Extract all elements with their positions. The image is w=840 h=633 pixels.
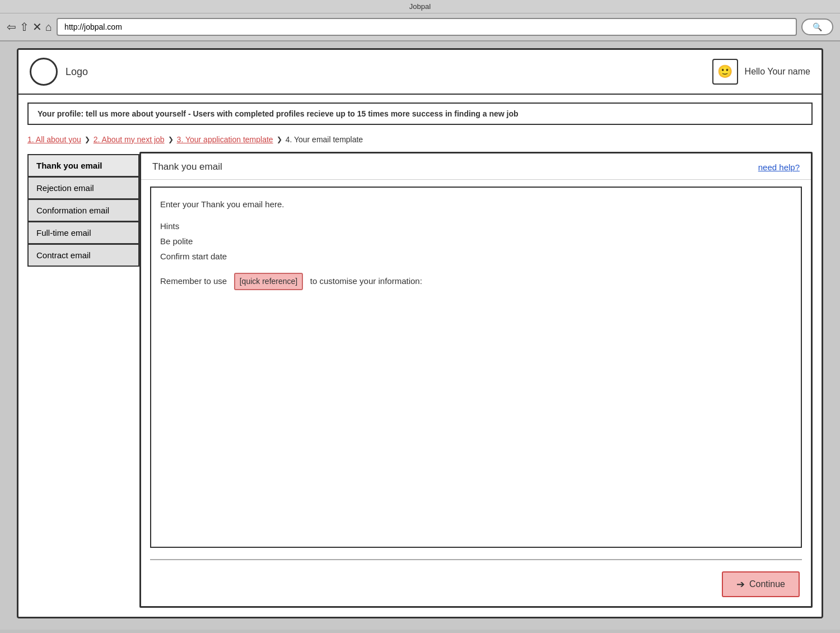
sidebar-item-fulltime-email[interactable]: Full-time email xyxy=(27,221,139,244)
page-wrapper: Logo 🙂 Hello Your name Your profile: tel… xyxy=(0,41,840,630)
site-header: Logo 🙂 Hello Your name xyxy=(18,50,822,95)
browser-toolbar: ⇦ ⇧ ✕ ⌂ 🔍 xyxy=(0,13,840,41)
hint-2: Confirm start date xyxy=(160,249,792,264)
logo-text: Logo xyxy=(66,66,88,78)
breadcrumb-sep-2: ❯ xyxy=(168,136,174,143)
stop-button[interactable]: ✕ xyxy=(32,21,42,32)
email-editor-area[interactable]: Enter your Thank you email here. Hints B… xyxy=(150,187,802,548)
search-icon: 🔍 xyxy=(813,22,822,31)
sidebar-item-contract-email[interactable]: Contract email xyxy=(27,244,139,267)
reference-line: Remember to use [quick reference] to cus… xyxy=(160,273,792,290)
page-content: Logo 🙂 Hello Your name Your profile: tel… xyxy=(17,48,823,618)
hint-1: Be polite xyxy=(160,234,792,249)
breadcrumb-step-2[interactable]: 2. About my next job xyxy=(94,135,165,144)
main-layout: Thank you email Rejection email Conforma… xyxy=(18,152,822,617)
divider xyxy=(150,559,802,560)
breadcrumb-sep-3: ❯ xyxy=(277,136,282,143)
sidebar-item-rejection-email[interactable]: Rejection email xyxy=(27,176,139,199)
breadcrumb-step-4: 4. Your email template xyxy=(286,135,363,144)
arrow-icon: ➔ xyxy=(736,578,745,590)
logo-area: Logo xyxy=(30,58,88,86)
forward-button[interactable]: ⇧ xyxy=(20,21,29,32)
quick-reference-tag[interactable]: [quick reference] xyxy=(234,273,304,290)
breadcrumb-step-1[interactable]: 1. All about you xyxy=(27,135,81,144)
content-panel: Thank you email need help? Enter your Th… xyxy=(139,152,813,608)
sidebar-item-label: Full-time email xyxy=(36,228,91,238)
search-button[interactable]: 🔍 xyxy=(801,18,833,35)
back-button[interactable]: ⇦ xyxy=(7,21,16,32)
hints-block: Hints Be polite Confirm start date xyxy=(160,218,792,264)
sidebar: Thank you email Rejection email Conforma… xyxy=(27,152,139,608)
panel-title: Thank you email xyxy=(152,161,222,173)
reference-prefix: Remember to use xyxy=(160,276,227,286)
continue-label: Continue xyxy=(749,579,785,589)
reference-suffix: to customise your information: xyxy=(310,276,422,286)
continue-button[interactable]: ➔ Continue xyxy=(722,571,800,597)
hints-title: Hints xyxy=(160,218,792,234)
panel-footer: ➔ Continue xyxy=(141,565,811,606)
browser-title-bar: Jobpal xyxy=(0,0,840,13)
panel-header: Thank you email need help? xyxy=(141,153,811,180)
profile-banner-text: Your profile: tell us more about yoursel… xyxy=(38,109,519,118)
breadcrumb-step-3[interactable]: 3. Your application template xyxy=(177,135,273,144)
user-icon: 🙂 xyxy=(712,59,738,85)
home-button[interactable]: ⌂ xyxy=(45,21,52,32)
address-bar[interactable] xyxy=(57,18,797,36)
sidebar-item-label: Conformation email xyxy=(36,206,109,215)
user-area: 🙂 Hello Your name xyxy=(712,59,810,85)
editor-line1: Enter your Thank you email here. xyxy=(160,197,792,212)
logo-circle xyxy=(30,58,58,86)
sidebar-item-thank-you-email[interactable]: Thank you email xyxy=(27,154,139,177)
sidebar-item-label: Thank you email xyxy=(36,161,102,170)
browser-title: Jobpal xyxy=(409,2,431,11)
breadcrumb-sep-1: ❯ xyxy=(85,136,90,143)
sidebar-item-label: Contract email xyxy=(36,250,91,260)
profile-banner: Your profile: tell us more about yoursel… xyxy=(27,103,813,125)
user-greeting: Hello Your name xyxy=(745,67,810,77)
sidebar-item-label: Rejection email xyxy=(36,183,94,193)
nav-buttons: ⇦ ⇧ ✕ ⌂ xyxy=(7,21,52,32)
breadcrumb: 1. All about you ❯ 2. About my next job … xyxy=(27,135,813,144)
need-help-link[interactable]: need help? xyxy=(758,162,800,172)
sidebar-item-conformation-email[interactable]: Conformation email xyxy=(27,199,139,222)
